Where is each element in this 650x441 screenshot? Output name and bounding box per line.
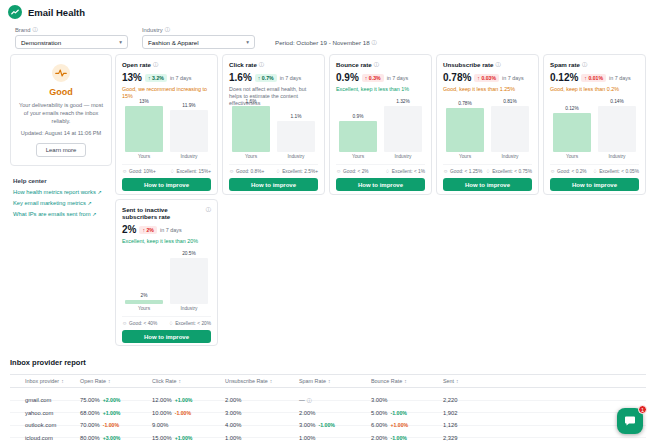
benchmark-footer: ☺Good: < 40% ♢Excellent: < 20% bbox=[122, 316, 211, 326]
column-header-unsubscribe-rate[interactable]: Unsubscribe Rate↕ bbox=[225, 378, 299, 384]
good-face-icon: ☺ bbox=[336, 168, 341, 174]
yours-bar bbox=[125, 106, 162, 152]
column-header-open-rate[interactable]: Open Rate↕ bbox=[80, 378, 152, 384]
chevron-down-icon: ▾ bbox=[246, 39, 249, 45]
yours-bar-value: 2% bbox=[141, 293, 148, 298]
notification-badge: 1 bbox=[638, 405, 647, 414]
industry-bar bbox=[277, 121, 314, 153]
help-link-ips[interactable]: What IPs are emails sent from ↗ bbox=[13, 211, 112, 217]
help-link-health-metrics[interactable]: How health metrics report works ↗ bbox=[13, 189, 112, 195]
brand-filter-group: Brandⓘ Demonstration▾ bbox=[15, 26, 128, 49]
info-icon[interactable]: ⓘ bbox=[372, 39, 377, 46]
info-icon[interactable]: ⓘ bbox=[206, 206, 211, 213]
delta-badge: ↑ 2% bbox=[139, 226, 157, 234]
good-face-icon: ☺ bbox=[229, 168, 234, 174]
help-center: Help center How health metrics report wo… bbox=[10, 177, 112, 217]
info-icon[interactable]: ⓘ bbox=[153, 61, 158, 68]
filters-bar: Brandⓘ Demonstration▾ Industryⓘ Fashion … bbox=[0, 19, 650, 49]
yours-bar-value: 13% bbox=[139, 99, 149, 104]
metric-value: 2% bbox=[122, 224, 136, 235]
industry-select[interactable]: Fashion & Apparel▾ bbox=[142, 35, 255, 49]
how-to-improve-button[interactable]: How to improve bbox=[122, 330, 211, 343]
column-header-inbox-provider[interactable]: Inbox provider↕ bbox=[25, 378, 80, 384]
yours-bar-value: 0.78% bbox=[458, 101, 472, 106]
info-icon[interactable]: ⓘ bbox=[32, 26, 37, 33]
yours-bar-label: Yours bbox=[138, 306, 150, 311]
industry-bar-column: 11.9% Industry bbox=[170, 103, 207, 159]
delta-badge: ↑ 3.2% bbox=[145, 74, 167, 82]
excellent-benchmark: ♢Excellent: < 0.75% bbox=[486, 168, 532, 174]
external-link-icon: ↗ bbox=[92, 211, 96, 217]
delta-period: in 7 days bbox=[170, 75, 192, 81]
metric-value: 0.78% bbox=[443, 72, 471, 83]
deliverability-status-card: Good Your deliverability is good — most … bbox=[10, 54, 112, 166]
table-row: icloud.com80.00%+3.00%15.00%+1.00%1.00%1… bbox=[10, 426, 646, 439]
industry-bar-value: 20.5% bbox=[182, 251, 196, 256]
brand-select[interactable]: Demonstration▾ bbox=[15, 35, 128, 49]
info-icon[interactable]: ⓘ bbox=[582, 61, 587, 68]
benchmark-footer: ☺Good: 10%+ ♢Excellent: 15%+ bbox=[122, 164, 211, 174]
industry-bar-label: Industry bbox=[180, 154, 197, 159]
yours-bar bbox=[553, 113, 590, 152]
yours-bar-value: 1.6% bbox=[246, 99, 257, 104]
sort-icon: ↕ bbox=[328, 378, 331, 384]
column-header-sent[interactable]: Sent↕ bbox=[443, 378, 646, 384]
delta-period: in 7 days bbox=[609, 75, 631, 81]
how-to-improve-button[interactable]: How to improve bbox=[229, 178, 318, 191]
column-header-click-rate[interactable]: Click Rate↕ bbox=[152, 378, 225, 384]
delta-badge: ↑ 0.7% bbox=[255, 74, 277, 82]
benchmark-footer: ☺Good: 0.8%+ ♢Excellent: 2.5%+ bbox=[229, 164, 318, 174]
delta-badge: ↑ 0.3% bbox=[362, 74, 384, 82]
help-link-marketing-metrics[interactable]: Key email marketing metrics ↗ bbox=[13, 200, 112, 206]
metric-value: 0.9% bbox=[336, 72, 359, 83]
column-header-spam-rate[interactable]: Spam Rate↕ bbox=[299, 378, 371, 384]
industry-bar-value: 1.1% bbox=[291, 114, 302, 119]
yours-bar bbox=[232, 106, 269, 152]
metric-value: 13% bbox=[122, 72, 142, 83]
yours-bar-column: 0.78% Yours bbox=[446, 101, 483, 159]
status-text: Good, we recommend increasing to 15% bbox=[122, 86, 211, 99]
info-icon[interactable]: ⓘ bbox=[374, 61, 379, 68]
industry-bar bbox=[170, 258, 207, 304]
good-face-icon: ☺ bbox=[122, 320, 127, 326]
excellent-benchmark: ♢Excellent: < 0.05% bbox=[593, 168, 639, 174]
how-to-improve-button[interactable]: How to improve bbox=[443, 178, 532, 191]
comparison-bar-chart: 1.6% Yours 1.1% Industry bbox=[229, 99, 318, 160]
info-icon[interactable]: ⓘ bbox=[259, 61, 264, 68]
status-text: Excellent, keep it less than 20% bbox=[122, 238, 211, 251]
delta-period: in 7 days bbox=[387, 75, 409, 81]
column-header-bounce-rate[interactable]: Bounce Rate↕ bbox=[371, 378, 443, 384]
industry-bar bbox=[384, 106, 421, 152]
how-to-improve-button[interactable]: How to improve bbox=[122, 178, 211, 191]
how-to-improve-button[interactable]: How to improve bbox=[550, 178, 639, 191]
benchmark-footer: ☺Good: < 2% ♢Excellent: < 1% bbox=[336, 164, 425, 174]
yours-bar-value: 0.12% bbox=[565, 106, 579, 111]
chat-launcher-button[interactable]: 1 bbox=[617, 408, 643, 434]
industry-bar-column: 20.5% Industry bbox=[170, 251, 207, 311]
info-icon[interactable]: ⓘ bbox=[496, 61, 501, 68]
excellent-gem-icon: ♢ bbox=[169, 320, 173, 326]
how-to-improve-button[interactable]: How to improve bbox=[336, 178, 425, 191]
yours-bar-label: Yours bbox=[245, 154, 257, 159]
info-icon[interactable]: ⓘ bbox=[165, 26, 170, 33]
sort-icon: ↕ bbox=[270, 378, 273, 384]
yours-bar-column: 0.9% Yours bbox=[339, 114, 376, 159]
status-text: Does not affect email health, but helps … bbox=[229, 86, 318, 99]
good-face-icon: ☺ bbox=[122, 168, 127, 174]
delta-period: in 7 days bbox=[280, 75, 302, 81]
table-body: gmail.com75.00%+2.00%12.00%+1.00%2.00%—ⓘ… bbox=[10, 388, 646, 441]
delta-badge: ↑ 0.03% bbox=[474, 74, 499, 82]
metric-value: 0.12% bbox=[550, 72, 578, 83]
comparison-bar-chart: 0.12% Yours 0.14% Industry bbox=[550, 99, 639, 160]
industry-bar-column: 0.14% Industry bbox=[598, 99, 635, 159]
good-benchmark: ☺Good: 10%+ bbox=[122, 168, 156, 174]
learn-more-button[interactable]: Learn more bbox=[36, 143, 87, 157]
excellent-gem-icon: ♢ bbox=[170, 168, 174, 174]
help-center-title: Help center bbox=[13, 177, 112, 184]
metric-card: Unsubscribe rate ⓘ 0.78% ↑ 0.03% in 7 da… bbox=[436, 54, 539, 195]
table-row: yahoo.com68.00%+1.00%10.00%-1.00%3.00%2.… bbox=[10, 401, 646, 414]
industry-bar-column: 1.32% Industry bbox=[384, 99, 421, 159]
delta-period: in 7 days bbox=[160, 227, 182, 233]
metric-card: Bounce rate ⓘ 0.9% ↑ 0.3% in 7 days Exce… bbox=[329, 54, 432, 195]
external-link-icon: ↗ bbox=[97, 189, 101, 195]
